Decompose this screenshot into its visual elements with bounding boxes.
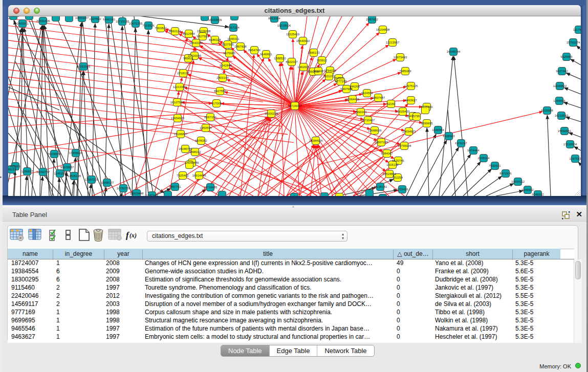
svg-text:9084067: 9084067 — [381, 152, 393, 155]
svg-text:16154808: 16154808 — [376, 28, 390, 31]
svg-text:1244415: 1244415 — [553, 99, 565, 102]
svg-text:62160: 62160 — [387, 102, 396, 105]
svg-text:19218506: 19218506 — [277, 24, 291, 27]
svg-text:39153: 39153 — [8, 168, 16, 171]
svg-text:2718176: 2718176 — [177, 72, 189, 75]
svg-text:16495795: 16495795 — [406, 115, 420, 118]
svg-text:1615132: 1615132 — [386, 163, 399, 166]
svg-text:16033809: 16033809 — [208, 18, 222, 21]
svg-text:17359924: 17359924 — [69, 151, 83, 155]
svg-text:20053346: 20053346 — [77, 65, 91, 68]
svg-text:1640954: 1640954 — [432, 128, 444, 132]
svg-text:19654925: 19654925 — [171, 117, 185, 120]
svg-text:16107553: 16107553 — [170, 101, 184, 104]
svg-text:1588520: 1588520 — [274, 57, 286, 60]
svg-text:989611: 989611 — [183, 57, 193, 60]
svg-text:18524851: 18524851 — [383, 172, 397, 176]
svg-text:10807487: 10807487 — [372, 96, 385, 99]
svg-text:10719155: 10719155 — [116, 20, 129, 23]
svg-text:10653267: 10653267 — [75, 16, 89, 19]
svg-text:6794028: 6794028 — [324, 69, 336, 72]
svg-text:15692951: 15692951 — [558, 129, 572, 133]
svg-text:2867608: 2867608 — [234, 45, 247, 48]
svg-text:99975887: 99975887 — [60, 166, 74, 169]
svg-text:6497568: 6497568 — [340, 87, 353, 91]
svg-text:12042757: 12042757 — [36, 170, 50, 173]
svg-text:6379197: 6379197 — [455, 142, 467, 145]
svg-text:8322037: 8322037 — [286, 60, 298, 63]
svg-text:1405571: 1405571 — [16, 22, 29, 25]
svg-text:7485063: 7485063 — [399, 70, 411, 73]
svg-text:14099489: 14099489 — [185, 161, 199, 164]
svg-text:16210643: 16210643 — [555, 114, 569, 117]
svg-text:8186328: 8186328 — [209, 38, 221, 41]
svg-text:12975125: 12975125 — [404, 84, 418, 87]
svg-text:18807249: 18807249 — [375, 141, 388, 144]
svg-text:9245012: 9245012 — [532, 193, 544, 196]
svg-text:9777169: 9777169 — [335, 80, 347, 83]
svg-text:10688609: 10688609 — [368, 129, 382, 132]
svg-text:3675685: 3675685 — [223, 52, 235, 55]
svg-text:1145191: 1145191 — [54, 172, 67, 175]
svg-text:20691406: 20691406 — [36, 19, 50, 23]
svg-text:15226058: 15226058 — [197, 30, 211, 33]
svg-text:1167533: 1167533 — [570, 157, 581, 160]
svg-text:955812: 955812 — [317, 59, 328, 62]
svg-text:1527602: 1527602 — [89, 17, 101, 20]
svg-text:7625402: 7625402 — [177, 174, 189, 177]
svg-text:9227342: 9227342 — [556, 70, 568, 73]
svg-text:9115460: 9115460 — [421, 105, 433, 108]
svg-text:1156827: 1156827 — [21, 170, 34, 173]
svg-text:15720407: 15720407 — [361, 119, 375, 122]
svg-text:10671355: 10671355 — [129, 22, 143, 25]
svg-text:7663822: 7663822 — [155, 27, 167, 30]
svg-text:8215958: 8215958 — [541, 109, 553, 112]
svg-text:17957225: 17957225 — [85, 178, 99, 181]
svg-text:12213967: 12213967 — [386, 41, 400, 44]
svg-text:8813054: 8813054 — [268, 17, 280, 20]
svg-text:12213389: 12213389 — [173, 85, 187, 89]
svg-text:6120746: 6120746 — [392, 159, 404, 162]
svg-text:8660124: 8660124 — [169, 30, 181, 33]
svg-text:18300295: 18300295 — [265, 112, 278, 115]
svg-text:12505135: 12505135 — [68, 174, 81, 178]
svg-text:7357224: 7357224 — [227, 26, 239, 29]
svg-text:19384554: 19384554 — [309, 139, 323, 142]
svg-text:15716485: 15716485 — [204, 186, 217, 189]
svg-text:8471676: 8471676 — [499, 172, 512, 175]
svg-text:7515526: 7515526 — [142, 24, 155, 27]
svg-text:20364436: 20364436 — [346, 98, 360, 101]
svg-text:1362615: 1362615 — [297, 65, 310, 69]
svg-text:2803144: 2803144 — [216, 76, 229, 79]
svg-text:161448: 161448 — [313, 70, 324, 73]
svg-text:20206555: 20206555 — [48, 152, 61, 156]
svg-text:10025433: 10025433 — [396, 110, 410, 113]
svg-text:16543382: 16543382 — [189, 41, 203, 45]
svg-text:1390341: 1390341 — [355, 111, 367, 114]
svg-text:10654112: 10654112 — [511, 180, 525, 183]
svg-text:12923448: 12923448 — [130, 192, 144, 195]
svg-text:8454749: 8454749 — [248, 49, 260, 52]
svg-text:16914479: 16914479 — [192, 174, 206, 177]
svg-text:2087652: 2087652 — [366, 18, 378, 21]
svg-text:10958127: 10958127 — [100, 181, 114, 184]
svg-text:9699695: 9699695 — [421, 122, 433, 125]
svg-text:9827503: 9827503 — [197, 35, 209, 38]
svg-text:14136141: 14136141 — [374, 185, 387, 188]
svg-text:1405572: 1405572 — [8, 16, 19, 17]
svg-text:9329965: 9329965 — [560, 55, 573, 58]
svg-text:19166827: 19166827 — [174, 133, 188, 136]
svg-text:3498222: 3498222 — [189, 150, 201, 154]
svg-text:1696173: 1696173 — [308, 51, 320, 54]
svg-text:8427552: 8427552 — [214, 90, 226, 93]
svg-text:252254: 252254 — [393, 176, 403, 179]
svg-text:9327505: 9327505 — [222, 43, 234, 46]
svg-text:9463627: 9463627 — [405, 99, 417, 102]
svg-text:16648784: 16648784 — [447, 50, 461, 53]
svg-text:3624554: 3624554 — [361, 92, 373, 95]
svg-text:11325419: 11325419 — [286, 33, 300, 36]
svg-text:2935114: 2935114 — [478, 157, 490, 160]
svg-text:1117404: 1117404 — [573, 28, 581, 31]
svg-text:9457791: 9457791 — [169, 185, 181, 188]
svg-text:10973493: 10973493 — [394, 56, 407, 59]
